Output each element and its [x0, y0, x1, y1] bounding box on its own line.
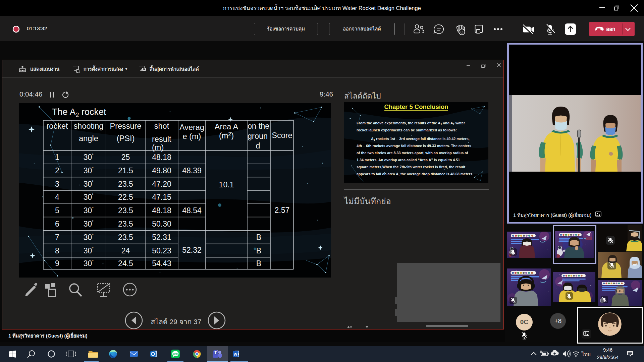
svg-text:9:46: 9:46	[603, 347, 612, 353]
svg-text:LINE: LINE	[173, 353, 178, 355]
svg-text:W: W	[234, 352, 237, 356]
svg-text:29/9/2564: 29/9/2564	[597, 355, 619, 360]
svg-text:ไทย: ไทย	[581, 351, 591, 357]
svg-text:T: T	[214, 351, 216, 355]
